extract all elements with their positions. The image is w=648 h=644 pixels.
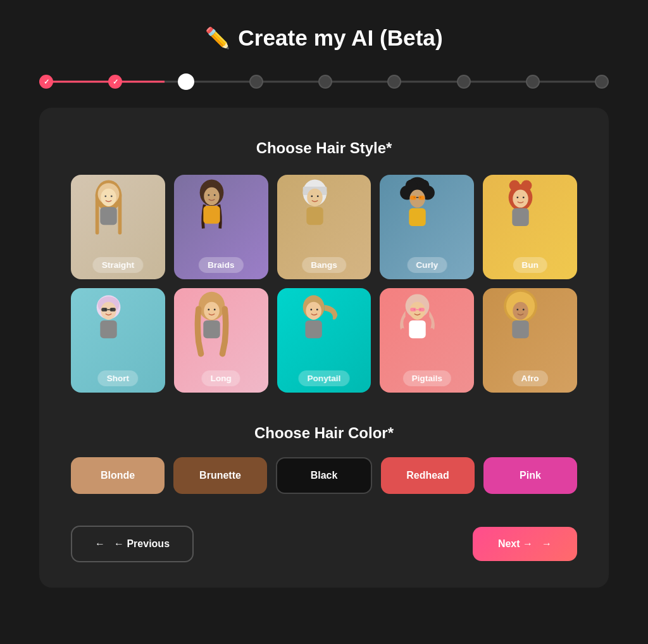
svg-point-5: [104, 196, 106, 198]
svg-point-65: [517, 309, 519, 311]
hair-option-short[interactable]: Short: [71, 288, 165, 393]
color-btn-brunette[interactable]: Brunette: [173, 457, 267, 494]
svg-rect-44: [100, 320, 116, 338]
svg-rect-2: [118, 193, 122, 234]
svg-rect-60: [419, 308, 425, 312]
progress-step-9: [595, 75, 609, 89]
svg-rect-7: [100, 207, 116, 225]
svg-rect-1: [96, 193, 99, 234]
next-label: Next →: [498, 538, 533, 550]
hair-label-ponytail: Ponytail: [299, 370, 350, 386]
svg-rect-54: [305, 320, 321, 338]
svg-rect-42: [101, 308, 107, 312]
hair-option-bangs[interactable]: Bangs: [277, 175, 371, 279]
svg-rect-27: [411, 196, 416, 200]
svg-point-51: [306, 302, 321, 320]
svg-rect-28: [419, 196, 425, 200]
color-btn-black[interactable]: Black: [276, 457, 372, 494]
color-btn-pink[interactable]: Pink: [483, 457, 577, 494]
progress-step-8: [526, 75, 540, 89]
svg-point-52: [310, 309, 312, 311]
svg-point-23: [418, 180, 430, 192]
svg-rect-61: [409, 320, 426, 338]
svg-point-66: [523, 309, 525, 311]
svg-rect-18: [306, 207, 323, 225]
svg-point-47: [208, 309, 209, 311]
svg-rect-36: [513, 208, 529, 226]
svg-point-16: [311, 196, 313, 198]
hair-style-title: Choose Hair Style*: [71, 139, 577, 157]
next-button[interactable]: Next → →: [473, 527, 577, 561]
hair-label-short: Short: [98, 370, 139, 386]
svg-rect-59: [411, 308, 416, 312]
hair-option-bun[interactable]: Bun: [483, 175, 577, 279]
previous-button[interactable]: ← ← Previous: [71, 526, 194, 562]
progress-bar: ✓ ✓: [39, 73, 609, 90]
progress-steps: ✓ ✓: [39, 73, 609, 90]
svg-point-33: [513, 190, 528, 208]
hair-label-straight: Straight: [93, 257, 143, 273]
title-icon: ✏️: [205, 26, 230, 50]
hair-label-curly: Curly: [407, 257, 447, 273]
svg-point-46: [204, 302, 220, 320]
svg-point-32: [521, 180, 532, 191]
progress-step-2: ✓: [108, 75, 122, 89]
hair-label-pigtails: Pigtails: [403, 370, 451, 386]
svg-point-64: [513, 302, 528, 320]
hair-label-bun: Bun: [513, 257, 547, 273]
progress-step-1: ✓: [39, 75, 53, 89]
svg-point-17: [316, 196, 318, 198]
svg-point-10: [208, 194, 209, 196]
next-arrow-icon: →: [542, 538, 552, 550]
hair-color-title: Choose Hair Color*: [71, 424, 577, 442]
hair-label-afro: Afro: [513, 370, 548, 386]
previous-label: ← Previous: [114, 538, 170, 550]
svg-point-6: [111, 196, 113, 198]
svg-point-9: [204, 187, 220, 205]
color-btn-redhead[interactable]: Redhead: [381, 457, 475, 494]
svg-rect-67: [513, 320, 529, 338]
svg-point-15: [307, 189, 323, 206]
color-btn-blonde[interactable]: Blonde: [71, 457, 165, 494]
hair-label-bangs: Bangs: [302, 257, 346, 273]
svg-rect-29: [409, 208, 426, 226]
svg-point-35: [523, 196, 525, 198]
page-title: ✏️ Create my AI (Beta): [205, 25, 442, 51]
hair-option-braids[interactable]: Braids: [174, 175, 268, 279]
hair-option-afro[interactable]: Afro: [483, 288, 577, 393]
svg-rect-49: [203, 320, 220, 338]
title-text: Create my AI (Beta): [238, 25, 442, 51]
svg-rect-12: [203, 206, 220, 224]
hair-label-long: Long: [202, 370, 240, 386]
nav-row: ← ← Previous Next → →: [71, 526, 577, 562]
hair-label-braids: Braids: [199, 257, 243, 273]
hair-option-pigtails[interactable]: Pigtails: [380, 288, 474, 393]
progress-step-6: [387, 75, 401, 89]
svg-point-34: [517, 196, 519, 198]
progress-step-5: [318, 75, 332, 89]
progress-step-3: [178, 73, 194, 90]
hair-option-straight[interactable]: Straight: [71, 175, 165, 279]
main-card: Choose Hair Style* Straight: [39, 108, 609, 588]
svg-point-53: [316, 309, 318, 311]
svg-point-11: [214, 194, 216, 196]
prev-arrow-icon: ←: [95, 538, 105, 550]
hair-color-options: Blonde Brunette Black Redhead Pink: [71, 457, 577, 494]
svg-point-22: [406, 180, 418, 192]
hair-option-long[interactable]: Long: [174, 288, 268, 393]
hair-option-curly[interactable]: Curly: [380, 175, 474, 279]
hair-style-grid: Straight Braids: [71, 175, 577, 393]
progress-step-4: [249, 75, 263, 89]
svg-point-31: [509, 180, 520, 191]
svg-point-48: [214, 309, 216, 311]
svg-point-4: [101, 189, 116, 206]
progress-step-7: [457, 75, 471, 89]
hair-option-ponytail[interactable]: Ponytail: [277, 288, 371, 393]
svg-rect-43: [109, 308, 115, 312]
